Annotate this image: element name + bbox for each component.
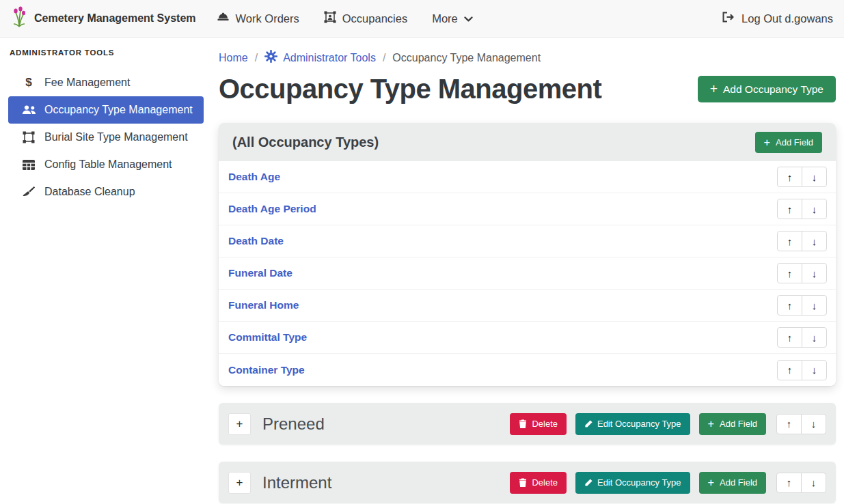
move-up-button[interactable]: ↑ bbox=[777, 199, 802, 219]
reorder-controls: ↑ ↓ bbox=[777, 295, 827, 316]
sidebar-item-occupancy-type-management[interactable]: Occupancy Type Management bbox=[8, 96, 204, 124]
add-field-button[interactable]: + Add Field bbox=[699, 413, 766, 435]
nav-item-more[interactable]: More bbox=[432, 12, 473, 25]
nav-item-occupancies[interactable]: Occupancies bbox=[324, 11, 407, 26]
admin-tools-sidebar: ADMINISTRATOR TOOLS $ Fee Management Occ… bbox=[0, 38, 212, 206]
field-link[interactable]: Funeral Date bbox=[228, 267, 292, 279]
move-down-button[interactable]: ↓ bbox=[802, 167, 827, 187]
sidebar-heading: ADMINISTRATOR TOOLS bbox=[10, 48, 204, 57]
add-occupancy-type-label: Add Occupancy Type bbox=[723, 83, 823, 96]
field-link[interactable]: Death Date bbox=[228, 235, 284, 247]
sidebar-item-config-table-management[interactable]: Config Table Management bbox=[8, 151, 204, 178]
add-field-label: Add Field bbox=[720, 419, 757, 429]
field-row: Funeral Home ↑ ↓ bbox=[219, 290, 836, 322]
trash-icon bbox=[519, 478, 527, 487]
field-list: Death Age ↑ ↓ Death Age Period ↑ ↓ Death… bbox=[219, 161, 836, 386]
page-title: Occupancy Type Management bbox=[219, 74, 601, 104]
hard-hat-icon bbox=[217, 12, 230, 25]
add-field-label: Add Field bbox=[776, 137, 813, 148]
nav-item-work-orders[interactable]: Work Orders bbox=[217, 12, 299, 25]
reorder-controls: ↑ ↓ bbox=[776, 414, 826, 434]
breadcrumb-admin-tools-link[interactable]: Administrator Tools bbox=[264, 50, 376, 66]
move-up-button[interactable]: ↑ bbox=[777, 263, 802, 283]
move-down-button[interactable]: ↓ bbox=[801, 414, 826, 434]
breadcrumb-admin-tools-label: Administrator Tools bbox=[283, 52, 376, 64]
sidebar-item-label: Burial Site Type Management bbox=[44, 131, 188, 143]
move-up-button[interactable]: ↑ bbox=[777, 295, 802, 316]
move-down-button[interactable]: ↓ bbox=[801, 473, 826, 493]
field-link[interactable]: Death Age Period bbox=[228, 203, 316, 215]
table-icon bbox=[21, 160, 37, 170]
move-up-button[interactable]: ↑ bbox=[777, 360, 802, 380]
top-navbar: Cemetery Management System Work Orders bbox=[0, 0, 844, 38]
move-up-button[interactable]: ↑ bbox=[777, 167, 802, 187]
expand-section-button[interactable]: + bbox=[228, 472, 251, 494]
field-link[interactable]: Committal Type bbox=[228, 331, 307, 344]
plus-icon: + bbox=[708, 477, 715, 488]
move-down-button[interactable]: ↓ bbox=[802, 263, 827, 283]
move-up-button[interactable]: ↑ bbox=[777, 231, 802, 251]
add-field-label: Add Field bbox=[720, 477, 757, 488]
sidebar-item-fee-management[interactable]: $ Fee Management bbox=[8, 69, 204, 96]
field-row: Death Date ↑ ↓ bbox=[219, 225, 836, 257]
field-row: Death Age Period ↑ ↓ bbox=[219, 193, 836, 225]
dollar-icon: $ bbox=[21, 76, 37, 89]
tulip-logo-icon bbox=[11, 6, 27, 31]
reorder-controls: ↑ ↓ bbox=[776, 473, 826, 493]
logout-button[interactable]: Log Out d.gowans bbox=[722, 12, 833, 25]
breadcrumb-current: Occupancy Type Management bbox=[392, 52, 541, 64]
edit-occupancy-type-button[interactable]: Edit Occupancy Type bbox=[575, 413, 690, 435]
sidebar-item-burial-site-type-management[interactable]: Burial Site Type Management bbox=[8, 124, 204, 151]
move-up-button[interactable]: ↑ bbox=[776, 414, 802, 434]
pencil-icon bbox=[584, 420, 593, 428]
all-occupancy-types-header: (All Occupancy Types) + Add Field bbox=[219, 123, 836, 161]
move-down-button[interactable]: ↓ bbox=[802, 360, 827, 380]
edit-occupancy-type-label: Edit Occupancy Type bbox=[597, 477, 681, 488]
reorder-controls: ↑ ↓ bbox=[777, 360, 827, 380]
reorder-controls: ↑ ↓ bbox=[777, 263, 827, 283]
delete-button[interactable]: Delete bbox=[510, 413, 567, 435]
sidebar-item-label: Database Cleanup bbox=[44, 186, 135, 198]
move-down-button[interactable]: ↓ bbox=[802, 231, 827, 251]
move-up-button[interactable]: ↑ bbox=[777, 327, 802, 348]
breadcrumb-separator: / bbox=[255, 52, 258, 64]
occupancy-frame-icon bbox=[324, 11, 336, 26]
delete-label: Delete bbox=[532, 477, 558, 488]
field-row: Death Age ↑ ↓ bbox=[219, 161, 836, 193]
section-title: Interment bbox=[262, 473, 331, 492]
delete-button[interactable]: Delete bbox=[510, 472, 567, 494]
move-down-button[interactable]: ↓ bbox=[802, 327, 827, 348]
trash-icon bbox=[519, 419, 527, 428]
move-down-button[interactable]: ↓ bbox=[802, 199, 827, 219]
sidebar-item-label: Occupancy Type Management bbox=[44, 104, 193, 116]
field-row: Committal Type ↑ ↓ bbox=[219, 322, 836, 354]
occupancy-type-section: + Interment Delete Edit Occupancy Type +… bbox=[219, 462, 836, 503]
field-link[interactable]: Funeral Home bbox=[228, 299, 299, 311]
sidebar-item-label: Config Table Management bbox=[44, 158, 172, 171]
plus-icon: + bbox=[710, 83, 718, 96]
breadcrumb-home-link[interactable]: Home bbox=[219, 52, 248, 64]
field-link[interactable]: Death Age bbox=[228, 171, 280, 183]
all-occupancy-types-title: (All Occupancy Types) bbox=[232, 135, 379, 150]
app-title: Cemetery Management System bbox=[34, 12, 196, 25]
expand-section-button[interactable]: + bbox=[228, 413, 251, 435]
add-field-button[interactable]: + Add Field bbox=[699, 472, 766, 494]
reorder-controls: ↑ ↓ bbox=[777, 167, 827, 187]
nav-item-label: Work Orders bbox=[236, 12, 299, 25]
move-down-button[interactable]: ↓ bbox=[802, 295, 827, 316]
nav-links: Work Orders Occupancies M bbox=[217, 11, 473, 26]
nav-item-label: Occupancies bbox=[342, 12, 407, 25]
sidebar-item-label: Fee Management bbox=[44, 76, 130, 89]
gear-icon bbox=[264, 50, 277, 66]
broom-icon bbox=[21, 186, 37, 197]
field-link[interactable]: Container Type bbox=[228, 364, 305, 376]
edit-occupancy-type-button[interactable]: Edit Occupancy Type bbox=[575, 472, 690, 494]
move-up-button[interactable]: ↑ bbox=[776, 473, 802, 493]
add-field-button[interactable]: + Add Field bbox=[755, 132, 822, 153]
app-brand[interactable]: Cemetery Management System bbox=[11, 6, 196, 31]
sidebar-item-database-cleanup[interactable]: Database Cleanup bbox=[8, 178, 204, 206]
breadcrumb-separator: / bbox=[383, 52, 385, 64]
edit-occupancy-type-label: Edit Occupancy Type bbox=[597, 419, 681, 429]
add-occupancy-type-button[interactable]: + Add Occupancy Type bbox=[698, 76, 836, 102]
vector-square-icon bbox=[21, 131, 37, 143]
